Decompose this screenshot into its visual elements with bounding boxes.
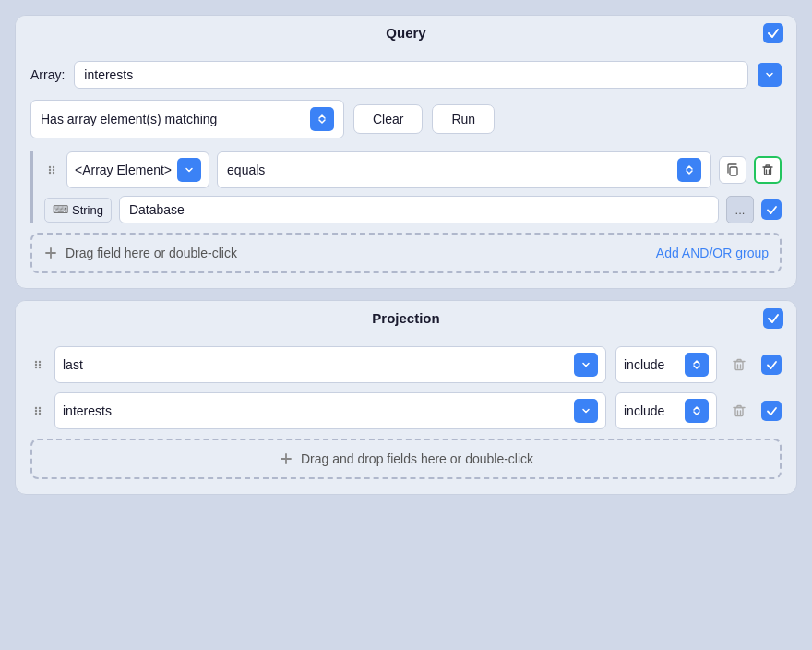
proj-action-text-0: include: [624, 357, 664, 372]
svg-point-12: [35, 367, 37, 368]
svg-rect-14: [735, 362, 743, 370]
copy-btn[interactable]: [719, 156, 746, 184]
svg-point-15: [35, 407, 37, 409]
svg-point-16: [39, 407, 41, 409]
svg-point-1: [53, 166, 54, 168]
proj-trash-1[interactable]: [726, 398, 752, 424]
proj-action-select-1[interactable]: include: [615, 392, 717, 429]
projection-row-0: last include: [30, 346, 782, 383]
proj-drag-drop-center: Drag and drop fields here or double-clic…: [279, 451, 533, 466]
proj-action-stepper-0[interactable]: [685, 353, 709, 377]
svg-point-9: [39, 361, 41, 363]
proj-field-select-0[interactable]: last: [54, 346, 606, 383]
value-input-text: Database: [129, 202, 185, 217]
svg-point-18: [39, 410, 41, 412]
proj-trash-0[interactable]: [726, 352, 752, 378]
ellipsis-btn[interactable]: ...: [726, 196, 754, 223]
array-select-value: interests: [84, 67, 133, 82]
drag-drop-zone[interactable]: Drag field here or double-click Add AND/…: [30, 233, 782, 273]
drag-handle[interactable]: [44, 162, 59, 177]
array-dropdown-btn[interactable]: [758, 63, 782, 87]
projection-row-1: interests include: [30, 392, 782, 429]
proj-field-text-1: interests: [63, 403, 112, 418]
proj-field-text-0: last: [63, 357, 83, 372]
operator-stepper[interactable]: [677, 158, 701, 182]
proj-field-dropdown-1[interactable]: [574, 399, 598, 423]
proj-action-text-1: include: [624, 403, 664, 418]
type-badge-icon: ⌨: [53, 203, 68, 216]
projection-panel: Projection last: [15, 300, 797, 495]
svg-rect-6: [730, 167, 737, 175]
proj-checkbox-0[interactable]: [761, 355, 782, 375]
array-label: Array:: [30, 67, 65, 82]
drag-drop-left: Drag field here or double-click: [43, 246, 237, 260]
svg-point-2: [49, 169, 51, 171]
array-row: Array: interests: [30, 61, 782, 89]
svg-point-10: [35, 364, 37, 366]
proj-field-dropdown-0[interactable]: [574, 353, 598, 377]
svg-point-5: [53, 172, 54, 174]
type-badge[interactable]: ⌨ String: [44, 198, 112, 223]
projection-panel-header: Projection: [16, 301, 796, 335]
add-group-link[interactable]: Add AND/OR group: [656, 246, 769, 260]
svg-point-20: [39, 413, 41, 415]
drag-drop-text: Drag field here or double-click: [66, 246, 237, 260]
projection-panel-body: last include: [16, 335, 796, 494]
delete-btn[interactable]: [754, 156, 782, 184]
svg-rect-7: [765, 167, 771, 175]
proj-drag-handle-0[interactable]: [30, 357, 45, 372]
operator-select[interactable]: equals: [217, 151, 711, 188]
proj-checkbox-1[interactable]: [761, 401, 782, 421]
proj-drag-handle-1[interactable]: [30, 403, 45, 418]
svg-point-0: [49, 166, 51, 168]
svg-point-8: [35, 361, 37, 363]
svg-point-11: [39, 364, 41, 366]
field-select[interactable]: <Array Element>: [66, 151, 209, 188]
svg-point-19: [35, 413, 37, 415]
proj-field-select-1[interactable]: interests: [54, 392, 606, 429]
query-panel-header: Query: [16, 16, 796, 50]
matching-stepper[interactable]: [310, 107, 334, 131]
type-badge-text: String: [72, 203, 103, 217]
matching-select[interactable]: Has array element(s) matching: [30, 100, 344, 138]
projection-panel-checkbox[interactable]: [763, 308, 783, 329]
proj-action-stepper-1[interactable]: [685, 399, 709, 423]
matching-text: Has array element(s) matching: [41, 112, 303, 126]
query-panel-body: Array: interests Has array element(s) ma…: [16, 50, 796, 288]
value-checkbox[interactable]: [761, 199, 782, 220]
clear-button[interactable]: Clear: [353, 104, 423, 134]
svg-point-3: [53, 169, 54, 171]
value-input[interactable]: Database: [119, 196, 719, 223]
run-button[interactable]: Run: [432, 104, 495, 134]
toolbar-row: Has array element(s) matching Clear Run: [30, 100, 782, 138]
proj-action-select-0[interactable]: include: [615, 346, 717, 383]
query-panel-title: Query: [386, 25, 425, 41]
svg-point-13: [39, 367, 41, 368]
proj-drag-drop-zone[interactable]: Drag and drop fields here or double-clic…: [30, 439, 782, 479]
array-select[interactable]: interests: [74, 61, 748, 89]
proj-drag-drop-text: Drag and drop fields here or double-clic…: [301, 451, 533, 466]
projection-panel-title: Projection: [372, 310, 439, 326]
query-panel-checkbox[interactable]: [763, 23, 783, 43]
field-select-text: <Array Element>: [75, 162, 172, 177]
query-panel: Query Array: interests Has array element…: [15, 15, 797, 289]
svg-rect-21: [735, 408, 743, 416]
value-row: ⌨ String Database ...: [44, 196, 782, 223]
field-dropdown-btn[interactable]: [177, 158, 201, 182]
filter-section: <Array Element> equals: [30, 151, 782, 223]
operator-text: equals: [227, 162, 670, 177]
svg-point-17: [35, 410, 37, 412]
svg-point-4: [49, 172, 51, 174]
filter-row-1: <Array Element> equals: [44, 151, 782, 188]
